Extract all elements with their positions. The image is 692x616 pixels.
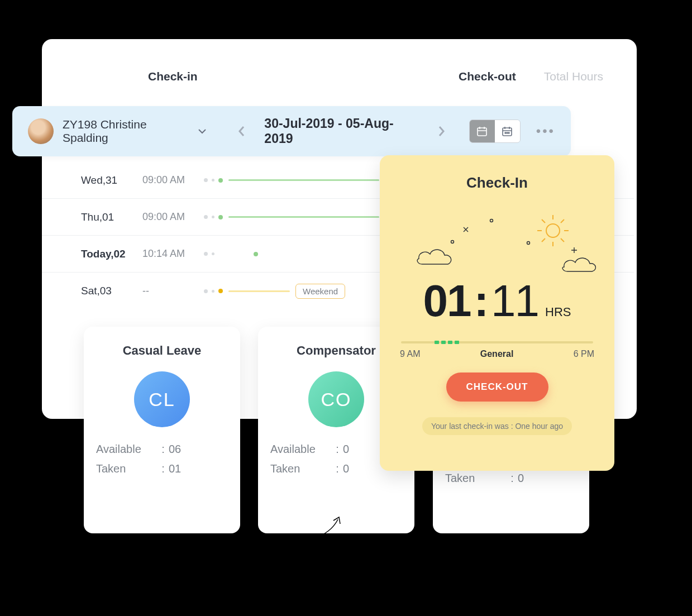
view-toggle bbox=[469, 120, 521, 143]
day-label: Today,02 bbox=[81, 248, 142, 260]
header-checkout-label: Check-out bbox=[459, 70, 516, 83]
timeline-dots bbox=[204, 252, 214, 256]
shift-start-label: 9 AM bbox=[400, 349, 420, 359]
avatar[interactable] bbox=[28, 118, 54, 144]
day-time: 09:00 AM bbox=[142, 174, 204, 186]
shift-progress-track bbox=[401, 341, 593, 343]
svg-point-3 bbox=[507, 132, 508, 133]
date-range-label: 30-Jul-2019 - 05-Aug-2019 bbox=[264, 116, 418, 146]
weather-decor bbox=[395, 214, 599, 270]
leave-card-casual[interactable]: Casual Leave CL Available : 06 Taken : 0… bbox=[84, 327, 240, 533]
leave-available-row: Available : 06 bbox=[96, 443, 228, 456]
leave-title: Casual Leave bbox=[96, 343, 228, 358]
svg-point-8 bbox=[527, 242, 530, 245]
checkout-button[interactable]: CHECK-OUT bbox=[446, 373, 548, 402]
leave-taken-row: Taken : 0 bbox=[445, 472, 577, 485]
shift-labels: 9 AM General 6 PM bbox=[400, 349, 594, 359]
chevron-down-icon[interactable] bbox=[198, 126, 207, 136]
hrs-label: HRS bbox=[545, 305, 571, 319]
timeline-marker bbox=[254, 252, 258, 256]
svg-point-6 bbox=[451, 241, 454, 243]
timeline-bar bbox=[228, 179, 379, 181]
day-view-button[interactable] bbox=[470, 120, 495, 142]
more-menu-icon[interactable]: ••• bbox=[536, 123, 555, 139]
checkin-time-row: 01 : 11 HRS bbox=[395, 275, 599, 327]
timeline-bar bbox=[228, 290, 290, 292]
svg-point-2 bbox=[505, 132, 506, 133]
checkin-minutes: 11 bbox=[491, 275, 538, 327]
svg-rect-0 bbox=[478, 128, 486, 136]
day-label: Wed,31 bbox=[81, 174, 142, 187]
user-date-bar: ZY198 Christine Spalding 30-Jul-2019 - 0… bbox=[12, 106, 571, 156]
week-view-button[interactable] bbox=[495, 120, 520, 142]
timeline-dots bbox=[204, 178, 223, 183]
leave-taken-row: Taken : 01 bbox=[96, 462, 228, 475]
checkin-title: Check-In bbox=[395, 174, 599, 192]
day-label: Sat,03 bbox=[81, 285, 142, 297]
checkin-panel: Check-In 01 : 11 HRS 9 AM bbox=[380, 155, 614, 471]
leave-badge-icon: CL bbox=[134, 371, 190, 427]
header-total-label: Total Hours bbox=[544, 70, 603, 83]
svg-point-7 bbox=[490, 219, 493, 222]
timeline-dots bbox=[204, 289, 223, 293]
arrow-curve-decor bbox=[310, 514, 343, 544]
day-time: 09:00 AM bbox=[142, 211, 204, 223]
shift-name-label: General bbox=[480, 349, 514, 359]
shift-end-label: 6 PM bbox=[574, 349, 594, 359]
shift-progress-fill bbox=[435, 341, 459, 344]
next-week-button[interactable] bbox=[429, 119, 454, 144]
prev-week-button[interactable] bbox=[229, 119, 253, 144]
svg-rect-1 bbox=[503, 128, 512, 136]
timeline-bar bbox=[228, 216, 379, 218]
last-checkin-message: Your last check-in was : One hour ago bbox=[422, 417, 572, 435]
svg-point-4 bbox=[508, 132, 509, 133]
day-time: 10:14 AM bbox=[142, 248, 204, 260]
header-checkin-label: Check-in bbox=[148, 70, 198, 83]
leave-badge-icon: CO bbox=[308, 371, 364, 427]
day-time: -- bbox=[142, 285, 204, 297]
weekend-badge: Weekend bbox=[295, 284, 345, 299]
timeline-dots bbox=[204, 215, 223, 219]
user-name-dropdown[interactable]: ZY198 Christine Spalding bbox=[63, 118, 192, 145]
svg-point-5 bbox=[546, 224, 560, 237]
day-label: Thu,01 bbox=[81, 211, 142, 223]
checkin-hours: 01 bbox=[423, 275, 470, 327]
header-row: Check-in Check-out Total Hours bbox=[42, 39, 637, 83]
